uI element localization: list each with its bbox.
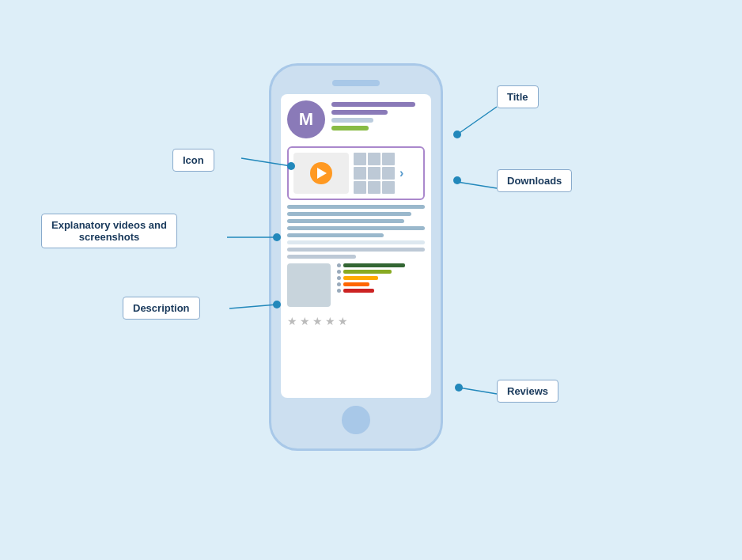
title-label: Title [497,85,539,108]
screenshots-section: › [287,146,425,200]
play-button [310,162,332,184]
app-info [331,100,425,131]
app-icon: M [287,100,325,138]
phone-mockup: M [269,63,443,451]
meta-bar [331,118,373,123]
svg-line-5 [459,388,497,394]
icon-label: Icon [172,149,214,172]
phone-screen: M [281,94,431,398]
rating-bars [337,263,425,307]
subtitle-bar [331,110,388,115]
description-section [287,205,425,259]
title-dot [453,131,461,138]
explanatory-label: Explanatory videos and screenshots [41,214,177,248]
downloads-label: Downloads [497,169,572,192]
stars-row: ★ ★ ★ ★ ★ [287,315,425,327]
screenshots-dot [273,233,281,241]
scroll-arrow-icon: › [399,166,403,180]
description-dot [273,301,281,308]
reviews-section [287,263,425,307]
icon-dot [287,162,295,170]
downloads-dot [453,176,461,184]
phone-speaker [332,80,380,86]
title-bar [331,102,415,107]
svg-line-2 [457,182,497,188]
description-label: Description [123,297,200,320]
svg-line-0 [457,107,497,134]
play-triangle-icon [317,168,327,179]
reviews-label: Reviews [497,380,558,403]
reviews-dot [455,384,463,392]
app-header-section: M [287,100,425,142]
diagram-container: M [0,0,742,560]
video-thumbnail [293,153,349,194]
phone-home-button [342,406,370,434]
review-thumbnail [287,263,331,307]
screenshot-grid [354,153,395,194]
downloads-bar [331,126,369,131]
